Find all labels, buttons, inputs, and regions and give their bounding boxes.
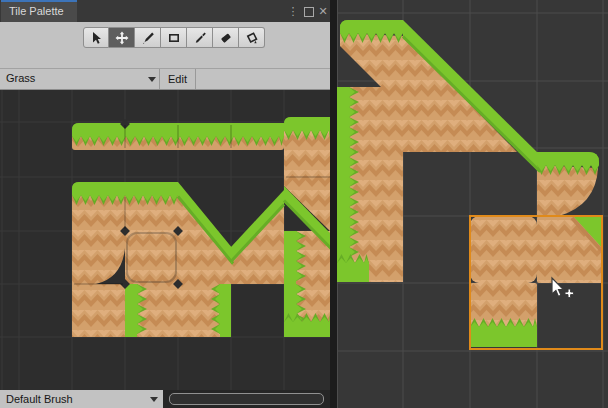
picker-icon: [193, 31, 207, 45]
brush-bar: Default Brush: [0, 390, 330, 408]
tool-eraser-button[interactable]: [213, 27, 239, 48]
box-fill-icon: [167, 31, 181, 45]
palette-name-dropdown[interactable]: Grass: [6, 72, 35, 84]
tab-tile-palette[interactable]: Tile Palette: [1, 0, 77, 22]
tool-button-group: [83, 27, 265, 48]
chevron-down-icon[interactable]: [148, 77, 156, 82]
divider: [195, 69, 196, 89]
window-close-icon[interactable]: ✕: [316, 3, 330, 19]
move-icon: [115, 31, 129, 45]
tool-fill-bucket-button[interactable]: [239, 27, 265, 48]
divider: [159, 69, 160, 89]
tool-box-fill-button[interactable]: [161, 27, 187, 48]
tool-select-button[interactable]: [83, 27, 109, 48]
scene-view[interactable]: [337, 0, 608, 408]
scene-view-canvas[interactable]: [337, 0, 608, 408]
chevron-down-icon: [150, 397, 158, 402]
tool-picker-button[interactable]: [187, 27, 213, 48]
select-icon: [89, 31, 103, 45]
horizontal-scrollbar[interactable]: [163, 390, 330, 408]
palette-selector-bar: Grass Edit: [0, 68, 330, 90]
eraser-icon: [219, 31, 233, 45]
edit-button[interactable]: Edit: [161, 69, 194, 89]
unity-editor-region: Tile Palette ⋮ ✕ Active Tilemap Tilemap …: [0, 0, 608, 408]
paintbrush-icon: [141, 31, 155, 45]
tile-palette-canvas[interactable]: [0, 90, 330, 390]
tile-palette-window: Tile Palette ⋮ ✕ Active Tilemap Tilemap …: [0, 0, 330, 408]
tool-paintbrush-button[interactable]: [135, 27, 161, 48]
tool-move-button[interactable]: [109, 27, 135, 48]
tile-palette-toolbar: Active Tilemap Tilemap: [0, 22, 330, 68]
tile-palette-grid[interactable]: [0, 90, 330, 390]
brush-dropdown-value: Default Brush: [0, 393, 73, 405]
fill-bucket-icon: [245, 31, 259, 45]
horizontal-scrollbar-thumb[interactable]: [169, 393, 324, 405]
brush-dropdown[interactable]: Default Brush: [0, 390, 163, 408]
tile-palette-titlebar: Tile Palette ⋮ ✕: [0, 0, 330, 22]
window-menu-icon[interactable]: ⋮: [286, 3, 300, 19]
panel-divider: [330, 0, 337, 408]
window-maximize-icon[interactable]: [304, 7, 314, 17]
tile-palette-title: Tile Palette: [9, 5, 64, 17]
